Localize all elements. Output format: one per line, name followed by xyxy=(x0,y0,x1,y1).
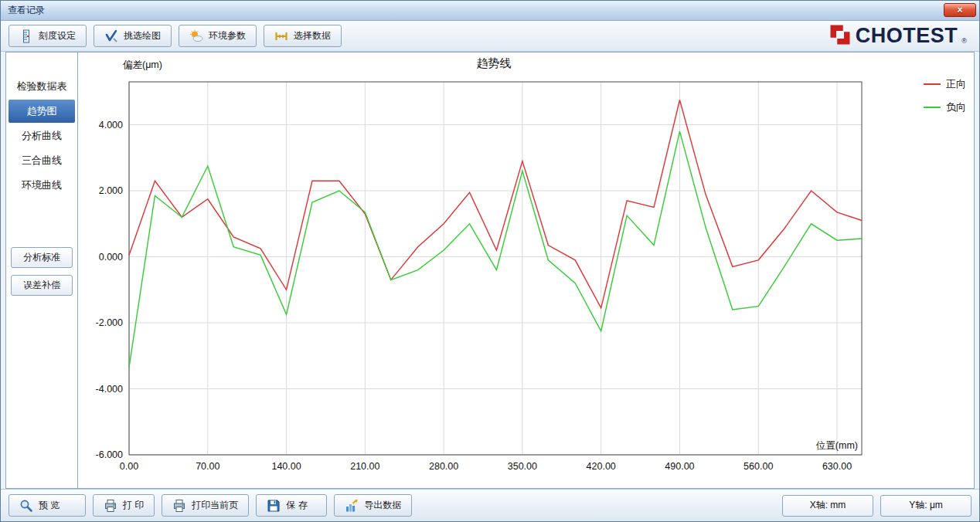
save-button[interactable]: 保 存 xyxy=(256,494,327,517)
sidebar-buttons: 分析标准 误差补偿 xyxy=(6,247,77,296)
svg-text:490.00: 490.00 xyxy=(665,461,694,472)
svg-text:-6.000: -6.000 xyxy=(96,449,123,460)
svg-text:350.00: 350.00 xyxy=(508,461,537,472)
button-label: 打 印 xyxy=(123,499,144,512)
ruler-icon xyxy=(19,29,33,43)
pick-plot-button[interactable]: 挑选绘图 xyxy=(94,25,172,47)
sidebar-item-inspection-data-table[interactable]: 检验数据表 xyxy=(9,75,75,98)
preview-button[interactable]: 预 览 xyxy=(9,494,86,517)
svg-text:630.00: 630.00 xyxy=(822,461,852,472)
close-button[interactable]: × xyxy=(944,3,976,17)
button-label: 保 存 xyxy=(286,499,307,512)
svg-text:-4.000: -4.000 xyxy=(96,384,123,395)
caliper-icon xyxy=(274,29,288,43)
svg-text:0.00: 0.00 xyxy=(120,461,138,472)
svg-text:210.00: 210.00 xyxy=(350,461,379,472)
chart-legend: 正向负向 xyxy=(924,77,966,114)
y-axis-unit-box[interactable]: Y轴: μm xyxy=(880,495,971,517)
export-icon xyxy=(345,499,359,513)
svg-text:-2.000: -2.000 xyxy=(96,317,123,328)
printer-icon xyxy=(172,499,186,513)
x-axis-unit-box[interactable]: X轴: mm xyxy=(782,495,873,517)
chart-title: 趋势线 xyxy=(477,56,512,71)
brand-name: CHOTEST xyxy=(856,24,958,48)
sun-cloud-icon xyxy=(189,29,203,43)
sidebar-item-environment-curve[interactable]: 环境曲线 xyxy=(9,174,75,197)
button-label: 打印当前页 xyxy=(192,499,238,512)
pen-check-icon xyxy=(104,29,118,43)
top-toolbar: 刻度设定 挑选绘图 环境参数 选择数据 CHOTEST ® xyxy=(1,21,979,52)
brand-logo: CHOTEST ® xyxy=(829,23,971,49)
registered-mark: ® xyxy=(961,37,967,45)
titlebar: 查看记录 × xyxy=(1,1,979,21)
y-axis-label: 偏差(μm) xyxy=(123,59,162,72)
select-data-button[interactable]: 选择数据 xyxy=(264,25,342,47)
save-icon xyxy=(267,499,281,513)
magnifier-icon xyxy=(19,499,33,513)
sidebar-item-trend-chart[interactable]: 趋势图 xyxy=(9,100,75,123)
svg-text:0.000: 0.000 xyxy=(99,252,123,263)
button-label: 刻度设定 xyxy=(39,29,76,42)
printer-icon xyxy=(104,499,117,513)
button-label: 挑选绘图 xyxy=(124,29,161,42)
svg-text:4.000: 4.000 xyxy=(99,120,123,130)
svg-text:位置(mm): 位置(mm) xyxy=(816,440,858,451)
app-window: 查看记录 × 刻度设定 挑选绘图 环境参数 选择数据 xyxy=(0,0,980,522)
print-button[interactable]: 打 印 xyxy=(93,494,155,517)
button-label: 预 览 xyxy=(39,499,60,512)
svg-text:420.00: 420.00 xyxy=(587,461,616,472)
sidebar-item-analysis-curve[interactable]: 分析曲线 xyxy=(9,124,75,147)
button-label: 导出数据 xyxy=(364,499,401,512)
environment-params-button[interactable]: 环境参数 xyxy=(179,25,257,47)
bottom-toolbar: 预 览 打 印 打印当前页 保 存 导出数据 X轴: mm xyxy=(1,489,979,521)
trend-line-chart: 0.0070.00140.00210.00280.00350.00420.004… xyxy=(83,74,871,480)
svg-text:70.00: 70.00 xyxy=(196,461,219,472)
chart-panel: 偏差(μm) 趋势线 0.0070.00140.00210.00280.0035… xyxy=(78,53,974,488)
scale-setting-button[interactable]: 刻度设定 xyxy=(9,25,87,47)
main-panel: 检验数据表 趋势图 分析曲线 三合曲线 环境曲线 分析标准 误差补偿 偏差(μm… xyxy=(5,52,975,489)
window-title: 查看记录 xyxy=(8,4,45,17)
button-label: 环境参数 xyxy=(209,29,246,42)
svg-text:280.00: 280.00 xyxy=(429,461,458,472)
button-label: 选择数据 xyxy=(294,29,331,42)
analysis-standard-button[interactable]: 分析标准 xyxy=(11,247,73,268)
sidebar-item-triple-curve[interactable]: 三合曲线 xyxy=(9,149,75,172)
legend-item: 正向 xyxy=(924,77,966,91)
legend-item: 负向 xyxy=(924,100,966,114)
chotest-logo-icon xyxy=(829,23,852,49)
error-compensation-button[interactable]: 误差补偿 xyxy=(11,275,73,296)
svg-text:140.00: 140.00 xyxy=(271,461,301,472)
print-current-page-button[interactable]: 打印当前页 xyxy=(162,494,249,517)
svg-text:2.000: 2.000 xyxy=(99,185,123,196)
sidebar: 检验数据表 趋势图 分析曲线 三合曲线 环境曲线 分析标准 误差补偿 xyxy=(6,53,78,488)
svg-text:560.00: 560.00 xyxy=(744,461,773,472)
export-data-button[interactable]: 导出数据 xyxy=(334,494,412,517)
